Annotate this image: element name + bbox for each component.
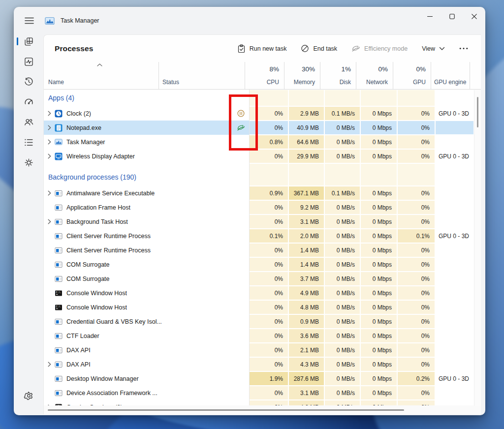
expand-chevron-icon[interactable] [46,189,53,197]
view-dropdown-button[interactable]: View [421,43,446,54]
sidebar-item-performance[interactable] [20,53,37,70]
process-row[interactable]: Client Server Runtime Process0%1.4 MB0 M… [44,243,474,257]
value-cell-cpu: 0% [249,243,288,257]
app-history-icon [24,77,34,87]
status-cell [163,200,249,214]
process-name-cell: C:\Console Window Host [44,300,163,314]
notepad-app-icon [55,124,63,132]
process-name-cell: DAX API [44,357,163,371]
sidebar-item-app-history[interactable] [20,73,37,91]
process-row[interactable]: C:\Console Window Host0%4.8 MB0 MB/s0 Mb… [44,300,474,314]
process-row[interactable]: CTF Loader0%3.6 MB0 MB/s0 Mbps0% [44,329,474,343]
status-cell [163,300,249,314]
value-cell-network: 0 Mbps [360,243,397,257]
value-cell-network: 0 Mbps [360,214,397,229]
process-name: Antimalware Service Executable [66,190,155,197]
value-cell-disk: 0 MB/s [324,135,360,149]
process-row[interactable]: Application Frame Host0%9.2 MB0 MB/s0 Mb… [44,200,474,214]
process-row[interactable]: Desktop Window Manager1.9%287.6 MB0 MB/s… [44,371,474,386]
empty-heat-cell [435,163,474,186]
users-icon [24,117,34,127]
sidebar-item-users[interactable] [20,113,37,131]
run-new-task-button[interactable]: Run new task [236,42,288,55]
generic-window-icon [55,204,63,212]
table-header: Name Status 8%CPU30%Memory1%Disk0%Networ… [44,62,481,90]
process-row[interactable]: Task Manager0.8%64.6 MB0 MB/s0 Mbps0% [44,135,474,149]
value-cell-network: 0 Mbps [360,329,397,343]
column-header-gpu-engine[interactable]: GPU engine [431,62,470,89]
process-name-cell: Device Association Framework ... [44,386,163,400]
value-cell-memory: 4.8 MB [288,300,324,314]
empty-heat-cell [249,163,288,186]
vertical-scrollbar[interactable] [474,90,481,406]
process-name-cell: Clock (2) [44,106,163,121]
wireless-display-app-icon [55,153,63,160]
process-row[interactable]: DAX API0%2.1 MB0 MB/s0 Mbps0% [44,343,474,357]
sidebar-item-startup-apps[interactable] [20,93,37,111]
horizontal-scrollbar[interactable] [44,405,481,414]
process-row[interactable]: Background Task Host0%3.1 MB0 MB/s0 Mbps… [44,214,474,229]
column-header-name[interactable]: Name [44,62,159,89]
end-task-button[interactable]: End task [300,42,338,55]
process-row[interactable]: Notepad.exe0%40.9 MB0 MB/s0 Mbps0% [44,121,474,135]
process-row[interactable]: Client Server Runtime Process0.1%2.0 MB0… [44,229,474,243]
expand-chevron-icon[interactable] [46,153,53,160]
column-header-gpu[interactable]: 0%GPU [393,62,431,89]
value-cell-gpu-engine: GPU 0 - 3D [435,371,474,386]
sidebar-item-details[interactable] [20,133,37,151]
column-header-network[interactable]: 0%Network [356,62,393,89]
process-row[interactable]: DAX API0%4.3 MB0 MB/s0 Mbps0% [44,357,474,371]
column-header-status[interactable]: Status [159,62,245,89]
value-cell-cpu: 0% [249,257,288,272]
value-cell-gpu: 0% [397,357,435,371]
column-header-cpu[interactable]: 8%CPU [245,62,284,89]
column-header-disk[interactable]: 1%Disk [320,62,356,89]
empty-heat-cell [397,90,435,106]
navigation-menu-button[interactable] [20,12,38,29]
status-cell [163,186,249,200]
efficiency-mode-button[interactable]: Efficiency mode [350,42,409,55]
horizontal-scrollbar-thumb[interactable] [48,409,404,411]
section-label: Apps (4) [44,90,249,106]
process-row[interactable]: Antimalware Service Executable0.9%367.1 … [44,186,474,200]
value-cell-cpu: 0% [249,329,288,343]
value-cell-gpu: 0% [397,200,435,214]
value-cell-memory: 4.3 MB [288,357,324,371]
process-row[interactable]: COM Surrogate0%3.7 MB0 MB/s0 Mbps0% [44,272,474,286]
close-button[interactable] [463,7,485,26]
value-cell-gpu: 0% [397,214,435,229]
value-cell-gpu-engine [435,300,474,314]
value-cell-network: 0 Mbps [360,257,397,272]
sidebar-item-processes[interactable] [20,32,37,50]
process-row[interactable]: Clock (2)0%2.9 MB0.1 MB/s0 Mbps0%GPU 0 -… [44,106,474,121]
expand-chevron-icon[interactable] [46,124,53,132]
process-row[interactable]: Device Association Framework ...0%3.1 MB… [44,386,474,400]
value-cell-disk: 0 MB/s [324,200,360,214]
maximize-button[interactable] [441,7,463,26]
vertical-scrollbar-thumb[interactable] [477,97,478,127]
expand-chevron-icon[interactable] [46,138,53,146]
column-header-memory[interactable]: 30%Memory [284,62,320,89]
process-row[interactable]: COM Surrogate0%1.4 MB0 MB/s0 Mbps0% [44,257,474,272]
sidebar-item-services[interactable] [20,153,37,171]
value-cell-gpu: 0.2% [397,371,435,386]
expand-chevron-icon[interactable] [46,361,53,368]
process-name: Application Frame Host [66,204,130,211]
process-name: Task Manager [66,139,105,146]
value-cell-memory: 2.1 MB [288,343,324,357]
expand-chevron-icon[interactable] [46,218,53,226]
status-cell [163,371,249,386]
more-options-button[interactable] [458,45,469,52]
expand-chevron-icon[interactable] [46,110,53,118]
process-name-cell: Client Server Runtime Process [44,229,163,243]
process-row[interactable]: Wireless Display Adapter0%29.9 MB0 MB/s0… [44,149,474,163]
generic-window-icon [55,375,63,383]
section-header-row: Apps (4) [44,90,474,106]
value-cell-cpu: 0% [249,300,288,314]
process-row[interactable]: C:\Console Window Host0%4.9 MB0 MB/s0 Mb… [44,286,474,300]
titlebar[interactable]: Task Manager [14,7,485,34]
sidebar-item-settings[interactable] [20,387,37,404]
process-row[interactable]: Credential Guard & VBS Key Isol...0%0.9 … [44,314,474,329]
status-cell [163,357,249,371]
minimize-button[interactable] [419,7,441,26]
